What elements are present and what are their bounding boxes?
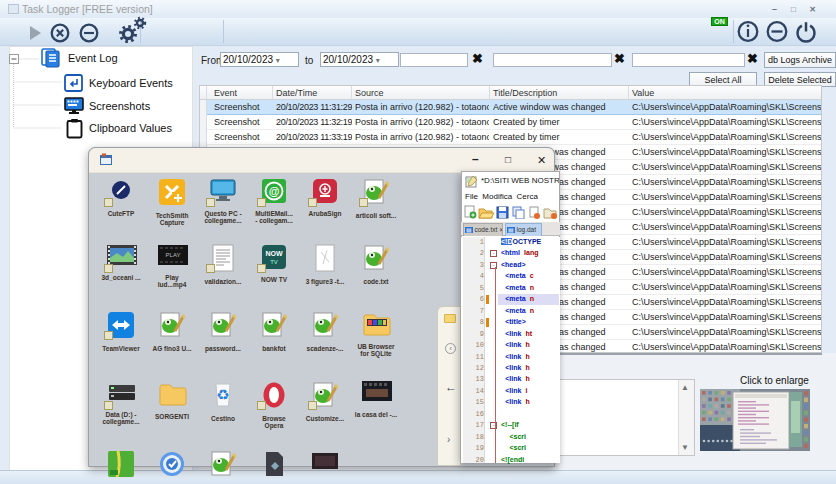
svg-text:♻: ♻ [216,386,229,403]
svg-text:PLAY: PLAY [166,252,181,258]
svg-text:@: @ [269,185,280,197]
svg-text:NOW: NOW [265,250,283,257]
svg-text:TV: TV [270,259,278,265]
